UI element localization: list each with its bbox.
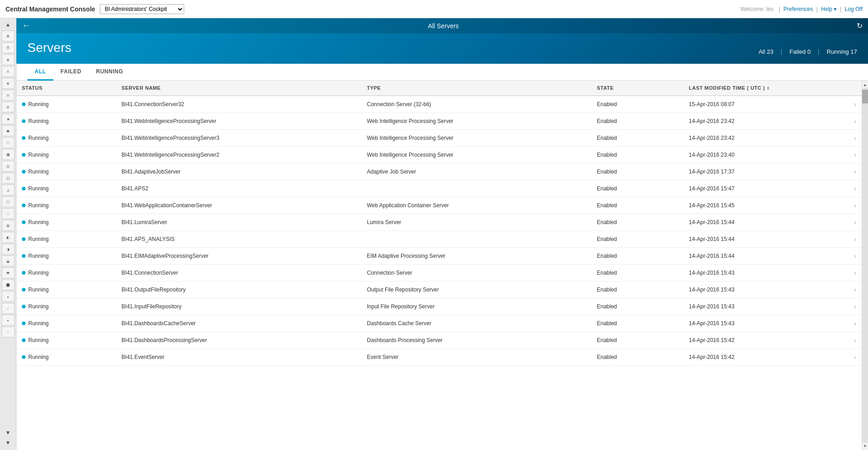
table-row[interactable]: Running BI41.WebApplicationContainerServ… [16, 197, 862, 214]
sidebar-icon-20[interactable]: ◓ [2, 267, 15, 278]
row-nav-arrow-15[interactable]: › [839, 349, 862, 366]
table-row[interactable]: Running BI41.DashboardsCacheServer Dashb… [16, 315, 862, 332]
sidebar-icon-7[interactable]: ◈ [2, 113, 15, 124]
sidebar-icon-12[interactable]: ◫ [2, 173, 15, 184]
table-row[interactable]: Running BI41.EIMAdaptiveProcessingServer… [16, 248, 862, 265]
status-dot-0 [22, 102, 26, 106]
status-dot-6 [22, 204, 26, 207]
sidebar-icon-18[interactable]: ◑ [2, 244, 15, 255]
type-cell-4: Adaptive Job Server [362, 164, 591, 180]
scroll-track[interactable] [862, 88, 868, 443]
col-header-last-modified[interactable]: LAST MODIFIED TIME ( UTC ) [683, 81, 839, 96]
table-row[interactable]: Running BI41.ConnectionServer32 Connecti… [16, 96, 862, 113]
sidebar-scroll-down-1[interactable]: ▼ [4, 428, 13, 437]
sidebar-icon-22[interactable]: ⬥ [2, 291, 15, 302]
cockpit-dropdown[interactable]: BI Administrators' Cockpit [100, 4, 184, 14]
table-row[interactable]: Running BI41.DashboardsProcessingServer … [16, 332, 862, 349]
right-scrollbar: ▲ ▼ [862, 81, 868, 450]
table-row[interactable]: Running BI41.WebIntelligenceProcessingSe… [16, 130, 862, 147]
help-link[interactable]: Help ▾ [821, 6, 837, 12]
table-row[interactable]: Running BI41.APS2 Enabled 14-Apr-2016 15… [16, 180, 862, 197]
server-name-cell-8: BI41.APS_ANALYSIS [116, 231, 362, 248]
table-row[interactable]: Running BI41.OutputFileRepository Output… [16, 281, 862, 298]
tab-all[interactable]: ALL [27, 64, 53, 81]
table-row[interactable]: Running BI41.ConnectionServer Connection… [16, 265, 862, 281]
sidebar-icon-8[interactable]: ◉ [2, 125, 15, 136]
time-cell-14: 14-Apr-2016 15:42 [683, 332, 839, 349]
refresh-button[interactable]: ↻ [857, 21, 863, 30]
table-area: STATUS SERVER NAME TYPE STATE LAST MODIF… [16, 81, 868, 450]
sidebar-icon-5[interactable]: ⊙ [2, 90, 15, 101]
sidebar-icon-0[interactable]: ⊞ [2, 31, 15, 41]
sidebar-icon-9[interactable]: □ [2, 137, 15, 148]
table-row[interactable]: Running BI41.InputFileRepository Input F… [16, 298, 862, 315]
table-row[interactable]: Running BI41.LumiraServer Lumira Server … [16, 214, 862, 231]
sidebar-icon-21[interactable]: ⬤ [2, 279, 15, 290]
row-nav-arrow-14[interactable]: › [839, 332, 862, 349]
row-nav-arrow-2[interactable]: › [839, 130, 862, 147]
sidebar-icon-23[interactable]: ⬦ [2, 303, 15, 314]
status-label-8: Running [28, 236, 49, 242]
back-button[interactable]: ← [22, 21, 30, 31]
server-name-cell-6: BI41.WebApplicationContainerServer [116, 197, 362, 214]
status-cell-10: Running [16, 265, 116, 281]
status-label-5: Running [28, 185, 49, 192]
row-nav-arrow-12[interactable]: › [839, 298, 862, 315]
row-nav-arrow-11[interactable]: › [839, 281, 862, 298]
status-dot-13 [22, 322, 26, 325]
sidebar-icon-16[interactable]: ◍ [2, 220, 15, 231]
row-nav-arrow-0[interactable]: › [839, 96, 862, 113]
sidebar-icon-14[interactable]: ⬡ [2, 196, 15, 207]
row-nav-arrow-3[interactable]: › [839, 147, 862, 164]
logout-link[interactable]: Log Off [845, 6, 863, 12]
sidebar-bottom-arrows: ▼ ▼ [4, 428, 13, 450]
preferences-link[interactable]: Preferences [784, 6, 813, 12]
table-row[interactable]: Running BI41.AdaptiveJobServer Adaptive … [16, 164, 862, 180]
sidebar-scroll-up[interactable]: ▲ [4, 20, 13, 29]
scroll-up-arrow[interactable]: ▲ [862, 82, 868, 88]
scroll-down-arrow[interactable]: ▼ [862, 443, 868, 449]
sidebar-icon-1[interactable]: ☰ [2, 42, 15, 53]
type-cell-8 [362, 231, 591, 248]
state-cell-13: Enabled [591, 315, 683, 332]
row-nav-arrow-1[interactable]: › [839, 113, 862, 130]
table-scroll-container: STATUS SERVER NAME TYPE STATE LAST MODIF… [16, 81, 868, 450]
state-cell-4: Enabled [591, 164, 683, 180]
table-header-row: STATUS SERVER NAME TYPE STATE LAST MODIF… [16, 81, 862, 96]
sidebar-icon-2[interactable]: ⊕ [2, 54, 15, 65]
sidebar-icon-17[interactable]: ◐ [2, 232, 15, 243]
status-label-14: Running [28, 337, 49, 343]
table-row[interactable]: Running BI41.WebIntelligenceProcessingSe… [16, 147, 862, 164]
row-nav-arrow-10[interactable]: › [839, 265, 862, 281]
top-bar-right: Welcome: leo | Preferences | Help ▾ | Lo… [739, 6, 863, 12]
sidebar-icon-4[interactable]: ⊗ [2, 78, 15, 89]
sidebar-icon-11[interactable]: ◎ [2, 161, 15, 172]
sidebar-icon-6[interactable]: ⊘ [2, 102, 15, 112]
sidebar-icon-10[interactable]: ▦ [2, 149, 15, 160]
table-row[interactable]: Running BI41.WebIntelligenceProcessingSe… [16, 113, 862, 130]
sidebar-icon-15[interactable]: ◌ [2, 208, 15, 219]
tab-failed[interactable]: FAILED [53, 64, 89, 81]
sidebar-scroll-down-2[interactable]: ▼ [4, 438, 13, 447]
servers-table: STATUS SERVER NAME TYPE STATE LAST MODIF… [16, 81, 862, 366]
row-nav-arrow-9[interactable]: › [839, 248, 862, 265]
type-cell-13: Dashboards Cache Server [362, 315, 591, 332]
row-nav-arrow-6[interactable]: › [839, 197, 862, 214]
tab-running[interactable]: RUNNING [89, 64, 131, 81]
table-row[interactable]: Running BI41.EventServer Event Server En… [16, 349, 862, 366]
sidebar-icon-25[interactable]: ⬨ [2, 327, 15, 338]
table-row[interactable]: Running BI41.APS_ANALYSIS Enabled 14-Apr… [16, 231, 862, 248]
row-nav-arrow-13[interactable]: › [839, 315, 862, 332]
sidebar-icon-13[interactable]: ◬ [2, 184, 15, 195]
sidebar-icon-24[interactable]: ⬧ [2, 315, 15, 326]
row-nav-arrow-4[interactable]: › [839, 164, 862, 180]
type-cell-7: Lumira Server [362, 214, 591, 231]
banner-top-bar: ← All Servers ↻ [16, 18, 868, 33]
sidebar-icon-19[interactable]: ◒ [2, 256, 15, 266]
row-nav-arrow-7[interactable]: › [839, 214, 862, 231]
row-nav-arrow-5[interactable]: › [839, 180, 862, 197]
status-label-9: Running [28, 253, 49, 259]
row-nav-arrow-8[interactable]: › [839, 231, 862, 248]
sidebar-icon-3[interactable]: ≡ [2, 66, 15, 77]
type-cell-11: Output File Repository Server [362, 281, 591, 298]
